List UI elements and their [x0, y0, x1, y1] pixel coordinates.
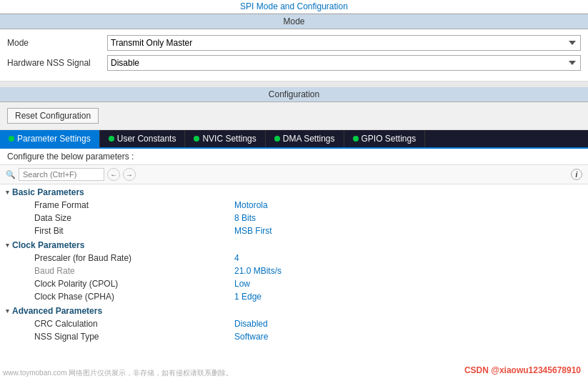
tab-user-label: User Constants [117, 134, 176, 144]
param-crc-value: Disabled [234, 319, 268, 329]
mode-select[interactable]: Transmit Only Master Full-Duplex Master … [107, 35, 581, 51]
param-prescaler: Prescaler (for Baud Rate) 4 [6, 252, 582, 264]
mode-section-header: Mode [0, 14, 588, 29]
search-icon: 🔍 [6, 170, 16, 179]
tab-dot-nvic [194, 136, 199, 142]
tab-dma-label: DMA Settings [283, 134, 335, 144]
param-frame-format-value: Motorola [234, 200, 268, 210]
tab-dot-dma [274, 136, 280, 142]
param-crc-name: CRC Calculation [34, 319, 234, 329]
nss-label: Hardware NSS Signal [7, 58, 107, 68]
tab-nvic-label: NVIC Settings [202, 134, 256, 144]
param-cpol-value: Low [234, 279, 250, 289]
nss-select[interactable]: Disable Enable [107, 55, 581, 71]
param-data-size-value: 8 Bits [234, 213, 256, 223]
param-prescaler-name: Prescaler (for Baud Rate) [34, 253, 234, 263]
search-bar: 🔍 ← → i [0, 165, 588, 184]
param-baud-rate-name: Baud Rate [34, 266, 234, 276]
tab-dot-parameter [9, 136, 14, 142]
nav-prev-button[interactable]: ← [107, 168, 120, 181]
param-frame-format-name: Frame Format [34, 200, 234, 210]
params-container: ▾ Basic Parameters Frame Format Motorola… [0, 184, 588, 343]
param-nss-type-value: Software [234, 332, 268, 342]
param-first-bit-value: MSB First [234, 226, 272, 236]
param-prescaler-value: 4 [234, 253, 239, 263]
mode-label: Mode [7, 38, 107, 48]
mode-section: Mode Transmit Only Master Full-Duplex Ma… [0, 29, 588, 81]
tab-nvic-settings[interactable]: NVIC Settings [185, 130, 265, 147]
param-baud-rate: Baud Rate 21.0 MBits/s [6, 264, 582, 277]
watermark: www.toymoban.com 网络图片仅供展示，非存储，如有侵权请联系删除。 [3, 368, 233, 378]
tab-gpio-label: GPIO Settings [362, 134, 417, 144]
csdn-badge: CSDN @xiaowu12345678910 [464, 365, 581, 375]
param-baud-rate-value: 21.0 MBits/s [234, 266, 281, 276]
group-basic-label: Basic Parameters [12, 187, 84, 197]
tabs-bar: Parameter Settings User Constants NVIC S… [0, 130, 588, 149]
param-cpha-value: 1 Edge [234, 292, 261, 302]
param-nss-type-name: NSS Signal Type [34, 332, 234, 342]
param-first-bit: First Bit MSB First [6, 224, 582, 237]
param-nss-type: NSS Signal Type Software [6, 330, 582, 343]
chevron-advanced-icon: ▾ [6, 307, 9, 315]
group-clock-label: Clock Parameters [12, 240, 84, 250]
tab-user-constants[interactable]: User Constants [100, 130, 186, 147]
param-data-size: Data Size 8 Bits [6, 212, 582, 224]
group-advanced-parameters[interactable]: ▾ Advanced Parameters [6, 303, 582, 317]
configure-text: Configure the below parameters : [0, 149, 588, 165]
param-first-bit-name: First Bit [34, 226, 234, 236]
tab-dot-user [109, 136, 114, 142]
tab-dot-gpio [353, 136, 359, 142]
reset-configuration-button[interactable]: Reset Configuration [7, 108, 99, 124]
param-frame-format: Frame Format Motorola [6, 199, 582, 212]
tab-parameter-label: Parameter Settings [17, 134, 91, 144]
info-button[interactable]: i [571, 169, 582, 180]
group-clock-parameters[interactable]: ▾ Clock Parameters [6, 237, 582, 252]
page-title: SPI Mode and Configuration [0, 0, 588, 14]
group-basic-parameters[interactable]: ▾ Basic Parameters [6, 184, 582, 199]
config-toolbar: Reset Configuration [0, 102, 588, 130]
tab-dma-settings[interactable]: DMA Settings [266, 130, 344, 147]
search-input[interactable] [19, 168, 104, 181]
nss-field-row: Hardware NSS Signal Disable Enable [7, 55, 581, 71]
param-cpha-name: Clock Phase (CPHA) [34, 292, 234, 302]
tab-parameter-settings[interactable]: Parameter Settings [0, 130, 100, 147]
config-section-header: Configuration [0, 81, 588, 102]
nav-next-button[interactable]: → [123, 168, 136, 181]
param-crc: CRC Calculation Disabled [6, 317, 582, 330]
param-cpol: Clock Polarity (CPOL) Low [6, 277, 582, 290]
chevron-basic-icon: ▾ [6, 189, 9, 196]
mode-field-row: Mode Transmit Only Master Full-Duplex Ma… [7, 35, 581, 51]
param-cpha: Clock Phase (CPHA) 1 Edge [6, 290, 582, 303]
param-data-size-name: Data Size [34, 213, 234, 223]
group-advanced-label: Advanced Parameters [12, 306, 102, 316]
param-cpol-name: Clock Polarity (CPOL) [34, 279, 234, 289]
chevron-clock-icon: ▾ [6, 242, 9, 249]
tab-gpio-settings[interactable]: GPIO Settings [344, 130, 426, 147]
